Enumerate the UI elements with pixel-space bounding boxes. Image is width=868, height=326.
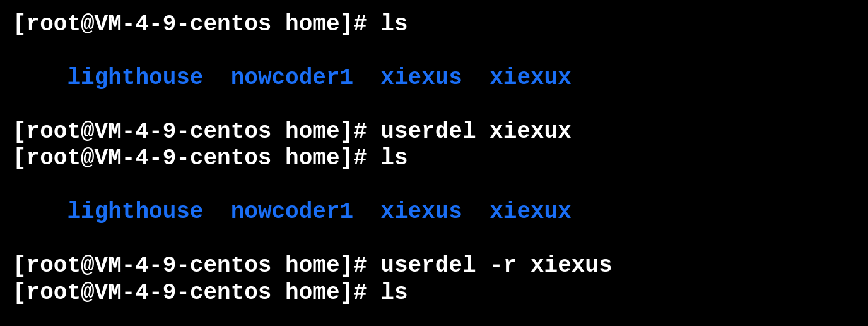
terminal-line-3: [root@VM-4-9-centos home]# userdel xiexu… bbox=[13, 119, 855, 145]
ls-output-lighthouse-2: lighthouse bbox=[67, 199, 203, 225]
terminal-line-5: lighthouse nowcoder1 xiexus xiexux bbox=[13, 172, 855, 253]
terminal-line-1: [root@VM-4-9-centos home]# ls bbox=[13, 11, 855, 38]
ls-output-xiexus-1: xiexus bbox=[380, 65, 462, 91]
ls-output-nowcoder1-1: nowcoder1 bbox=[231, 65, 353, 91]
ls-output-lighthouse-1: lighthouse bbox=[67, 65, 203, 91]
ls-output-xiexux-1: xiexux bbox=[490, 65, 572, 91]
terminal-line-4: [root@VM-4-9-centos home]# ls bbox=[13, 145, 855, 172]
ls-output-nowcoder1-2: nowcoder1 bbox=[231, 199, 353, 225]
ls-output-xiexux-2: xiexux bbox=[490, 199, 572, 225]
terminal-window: [root@VM-4-9-centos home]# ls lighthouse… bbox=[0, 0, 868, 326]
terminal-line-6: [root@VM-4-9-centos home]# userdel -r xi… bbox=[13, 253, 855, 279]
terminal-line-7: [root@VM-4-9-centos home]# ls bbox=[13, 280, 855, 306]
terminal-line-8: lighthouse nowcoder1 xiexux bbox=[13, 306, 855, 326]
ls-output-xiexus-2: xiexus bbox=[380, 199, 462, 225]
terminal-line-2: lighthouse nowcoder1 xiexus xiexux bbox=[13, 38, 855, 118]
